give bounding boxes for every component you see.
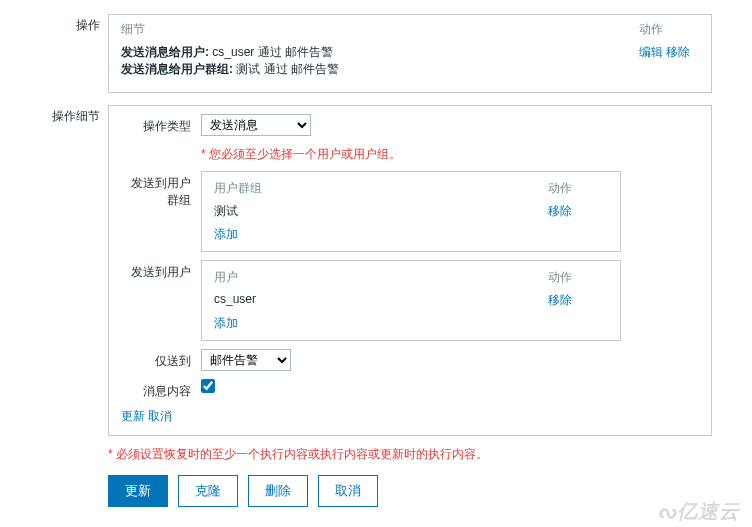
user-action-header: 动作: [548, 269, 608, 286]
watermark: ᔓ亿速云: [658, 498, 740, 525]
op-row-prefix: 发送消息给用户:: [121, 45, 209, 59]
ops-header-action: 动作: [639, 21, 699, 38]
footer-asterisk: *: [108, 447, 116, 461]
remove-link[interactable]: 移除: [666, 45, 690, 59]
only-send-label: 仅送到: [121, 349, 201, 370]
required-asterisk: *: [201, 147, 209, 161]
msg-content-checkbox[interactable]: [201, 379, 215, 393]
group-item: 测试: [214, 203, 548, 220]
op-row-text: cs_user 通过 邮件告警: [209, 45, 333, 59]
user-remove-link[interactable]: 移除: [548, 293, 572, 307]
send-user-label: 发送到用户: [121, 260, 201, 281]
group-header: 用户群组: [214, 180, 548, 197]
only-send-select[interactable]: 邮件告警: [201, 349, 291, 371]
inner-update-link[interactable]: 更新: [121, 409, 145, 423]
delete-button[interactable]: 删除: [248, 475, 308, 507]
user-add-link[interactable]: 添加: [214, 316, 238, 330]
ops-header-detail: 细节: [121, 21, 639, 38]
edit-link[interactable]: 编辑: [639, 45, 663, 59]
update-button[interactable]: 更新: [108, 475, 168, 507]
send-group-label: 发送到用户群组: [121, 171, 201, 209]
op-type-label: 操作类型: [121, 114, 201, 135]
group-action-header: 动作: [548, 180, 608, 197]
required-hint: 您必须至少选择一个用户或用户组。: [209, 147, 401, 161]
operations-box: 细节 动作 发送消息给用户: cs_user 通过 邮件告警 发送消息给用户群组…: [108, 14, 712, 93]
details-label: 操作细节: [8, 105, 108, 125]
user-header: 用户: [214, 269, 548, 286]
operations-label: 操作: [8, 14, 108, 34]
user-box: 用户 动作 cs_user 移除 添加: [201, 260, 621, 341]
msg-content-label: 消息内容: [121, 379, 201, 400]
op-type-select[interactable]: 发送消息: [201, 114, 311, 136]
op-row-prefix: 发送消息给用户群组:: [121, 62, 233, 76]
footer-hint: 必须设置恢复时的至少一个执行内容或执行内容或更新时的执行内容。: [116, 447, 488, 461]
inner-cancel-link[interactable]: 取消: [148, 409, 172, 423]
clone-button[interactable]: 克隆: [178, 475, 238, 507]
group-box: 用户群组 动作 测试 移除 添加: [201, 171, 621, 252]
group-add-link[interactable]: 添加: [214, 227, 238, 241]
cancel-button[interactable]: 取消: [318, 475, 378, 507]
op-row-text: 测试 通过 邮件告警: [233, 62, 339, 76]
user-item: cs_user: [214, 292, 548, 309]
details-box: 操作类型 发送消息 * 您必须至少选择一个用户或用户组。 发送到用户群组: [108, 105, 712, 436]
group-remove-link[interactable]: 移除: [548, 204, 572, 218]
